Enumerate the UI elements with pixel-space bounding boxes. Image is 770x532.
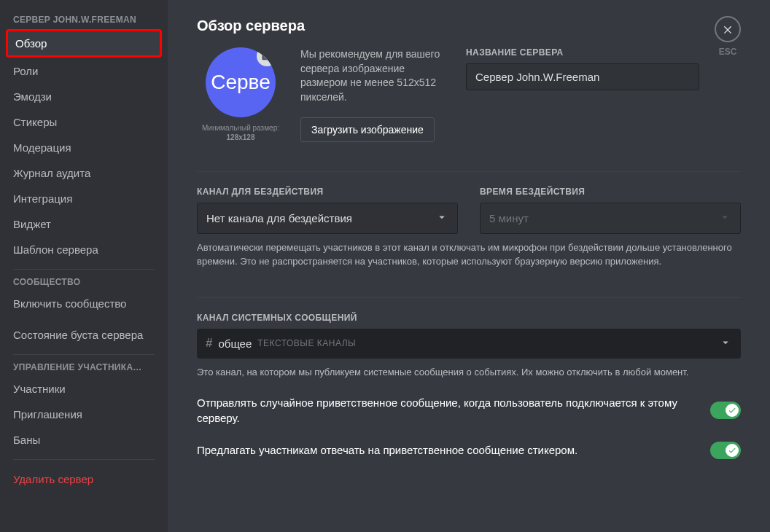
sidebar-item-audit-log[interactable]: Журнал аудита — [6, 161, 162, 185]
afk-channel-value: Нет канала для бездействия — [206, 212, 352, 224]
page-title: Обзор сервера — [197, 17, 741, 34]
sidebar-item-stickers[interactable]: Стикеры — [6, 110, 162, 134]
sidebar-item-boost-status[interactable]: Состояние буста сервера — [6, 323, 162, 347]
sidebar-item-emoji[interactable]: Эмодзи — [6, 85, 162, 109]
server-name-label: НАЗВАНИЕ СЕРВЕРА — [466, 47, 741, 58]
chevron-down-icon — [435, 211, 448, 226]
upload-overlay-icon — [257, 47, 276, 66]
sidebar-item-template[interactable]: Шаблон сервера — [6, 238, 162, 262]
afk-channel-label: КАНАЛ ДЛЯ БЕЗДЕЙСТВИЯ — [197, 187, 458, 197]
close-icon — [715, 16, 741, 42]
system-channel-value: общее — [218, 337, 252, 350]
divider — [13, 459, 155, 460]
divider — [197, 171, 741, 172]
toggle-sticker-switch[interactable] — [710, 442, 741, 459]
sidebar-item-bans[interactable]: Баны — [6, 428, 162, 452]
sidebar-item-moderation[interactable]: Модерация — [6, 136, 162, 160]
sidebar-header: СЕРВЕР JOHN.W.FREEMAN — [6, 15, 162, 29]
hash-icon: # — [206, 336, 212, 351]
server-icon-preview[interactable]: Серве — [206, 47, 276, 117]
recommend-text: Мы рекомендуем для вашего сервера изобра… — [300, 47, 450, 104]
divider — [13, 354, 155, 355]
close-button-wrap[interactable]: ESC — [715, 16, 741, 57]
check-icon — [726, 404, 739, 417]
system-channel-help: Это канал, на котором мы публикуем систе… — [197, 366, 741, 379]
server-name-input[interactable] — [466, 63, 699, 90]
recommend-column: Мы рекомендуем для вашего сервера изобра… — [300, 47, 450, 142]
sidebar-item-members[interactable]: Участники — [6, 377, 162, 401]
system-channel-label: КАНАЛ СИСТЕМНЫХ СООБЩЕНИЙ — [197, 313, 741, 323]
sidebar-item-widget[interactable]: Виджет — [6, 212, 162, 236]
afk-help-text: Автоматически перемещать участников в эт… — [197, 241, 741, 267]
afk-timeout-select[interactable]: 5 минут — [480, 203, 741, 234]
afk-channel-select[interactable]: Нет канала для бездействия — [197, 203, 458, 234]
server-icon-column: Серве Минимальный размер: 128x128 — [197, 47, 284, 142]
sidebar-item-roles[interactable]: Роли — [6, 59, 162, 83]
toggle-sticker-label: Предлагать участникам отвечать на привет… — [197, 442, 578, 458]
afk-timeout-label: ВРЕМЯ БЕЗДЕЙСТВИЯ — [480, 187, 741, 197]
sidebar-item-enable-community[interactable]: Включить сообщество — [6, 292, 162, 316]
server-icon-text: Серве — [211, 71, 271, 94]
afk-timeout-value: 5 минут — [489, 212, 529, 224]
check-icon — [726, 444, 739, 457]
toggle-welcome-switch[interactable] — [710, 402, 741, 419]
divider — [197, 297, 741, 298]
toggle-welcome-label: Отправлять случайное приветственное сооб… — [197, 395, 696, 426]
min-size-caption: Минимальный размер: 128x128 — [197, 123, 284, 142]
divider — [13, 269, 155, 270]
system-channel-category: ТЕКСТОВЫЕ КАНАЛЫ — [257, 338, 719, 348]
system-channel-select[interactable]: # общее ТЕКСТОВЫЕ КАНАЛЫ — [197, 329, 741, 359]
main-content: ESC Обзор сервера Серве Минимальный разм… — [168, 0, 770, 532]
sidebar-section-members: УПРАВЛЕНИЕ УЧАСТНИКА… — [6, 362, 162, 377]
sidebar-item-overview[interactable]: Обзор — [6, 29, 162, 58]
sidebar-item-delete-server[interactable]: Удалить сервер — [6, 467, 162, 491]
sidebar-item-invites[interactable]: Приглашения — [6, 402, 162, 426]
sidebar-section-community: СООБЩЕСТВО — [6, 277, 162, 292]
upload-image-button[interactable]: Загрузить изображение — [300, 117, 435, 142]
sidebar-item-integrations[interactable]: Интеграция — [6, 187, 162, 211]
settings-sidebar: СЕРВЕР JOHN.W.FREEMAN Обзор Роли Эмодзи … — [0, 0, 168, 532]
esc-label: ESC — [719, 47, 737, 57]
chevron-down-icon — [719, 336, 732, 351]
chevron-down-icon — [718, 211, 731, 226]
